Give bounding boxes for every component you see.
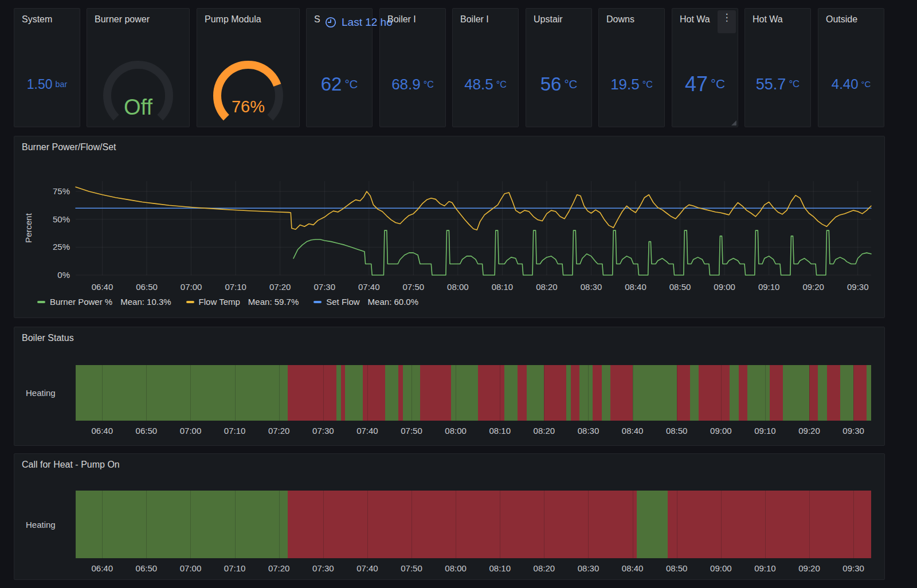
axis-tick-label: 07:40	[356, 426, 378, 436]
stat-panel-downs: Downs19.5°C	[598, 8, 665, 127]
svg-text:06:40: 06:40	[92, 282, 113, 292]
stat-value-unit: °C	[861, 80, 871, 89]
svg-text:09:10: 09:10	[758, 282, 780, 292]
legend-item-set-flow[interactable]: Set FlowMean: 60.0%	[313, 297, 418, 307]
svg-text:75%: 75%	[53, 186, 70, 196]
timeline-gridline	[102, 365, 103, 421]
stat-value-number: 48.5	[464, 76, 493, 93]
timeline-segment-off	[827, 365, 840, 421]
stat-panel-title: Outside	[826, 14, 880, 25]
timeline-gridline	[677, 365, 677, 421]
axis-tick-label: 08:00	[445, 563, 467, 573]
stat-value-unit: °C	[424, 79, 434, 90]
timeline-gridline	[721, 365, 722, 421]
stat-value-number: 56	[540, 73, 562, 95]
panel-menu-button[interactable]: ⋮	[718, 10, 736, 33]
timeline-segment-off	[398, 365, 403, 421]
svg-text:08:50: 08:50	[669, 282, 691, 292]
timeline-gridline	[102, 491, 103, 558]
axis-tick-label: 08:20	[534, 426, 555, 436]
axis-tick-label: 07:30	[312, 426, 334, 436]
axis-tick-label: 08:10	[489, 563, 511, 573]
timeline-segment-on	[747, 365, 770, 421]
gauge: 76%	[199, 50, 297, 128]
timeline-gridline	[633, 365, 633, 421]
stat-panel-outside: Outside4.40°C	[818, 8, 884, 127]
axis-tick-label: 08:40	[622, 426, 644, 436]
axis-tick-label: 09:30	[842, 563, 864, 573]
timeline-gridline	[367, 365, 368, 421]
gauge-value: 76%	[232, 97, 265, 116]
svg-text:0%: 0%	[57, 270, 70, 280]
stat-value-unit: °C	[642, 79, 653, 90]
svg-text:08:10: 08:10	[492, 282, 514, 292]
axis-tick-label: 09:20	[798, 563, 820, 573]
svg-text:08:30: 08:30	[581, 282, 602, 292]
legend-swatch	[186, 301, 194, 303]
stat-value-unit: °C	[344, 77, 358, 91]
legend-item-burner-power-[interactable]: Burner Power %Mean: 10.3%	[37, 297, 171, 307]
axis-tick-label: 08:30	[578, 426, 599, 436]
axis-tick-label: 08:10	[489, 426, 511, 436]
stat-value-unit: °C	[496, 79, 507, 90]
axis-tick-label: 07:20	[268, 426, 290, 436]
svg-text:07:30: 07:30	[313, 282, 335, 292]
panel-title: Boiler Status	[22, 333, 881, 343]
timeline-gridline	[853, 365, 854, 421]
timeline-row-label: Heating	[26, 491, 72, 558]
legend-item-flow-temp[interactable]: Flow TempMean: 59.7%	[186, 297, 299, 307]
timeline-segment-on	[867, 365, 871, 421]
timeline-segment-off	[593, 365, 601, 421]
timeline-segment-off	[853, 365, 867, 421]
timeline-segment-off	[341, 365, 346, 421]
axis-tick-label: 06:50	[136, 563, 158, 573]
stat-panel-title: Boiler I	[460, 14, 515, 25]
axis-tick-label: 07:10	[224, 426, 246, 436]
svg-text:07:20: 07:20	[269, 282, 291, 292]
timeline-gridline	[412, 491, 412, 558]
timeline-gridline	[190, 365, 191, 421]
timeline-segment-on	[637, 491, 668, 558]
timeline-segment-on	[633, 365, 677, 421]
timeline-row-label: Heating	[26, 365, 72, 421]
stat-panel-boiler-i: Boiler I48.5°C	[452, 8, 519, 127]
stat-value: 47°C	[672, 66, 738, 103]
timeline-segment-off	[770, 365, 783, 421]
burner-power-flow-set-panel: Burner Power/Flow/Set 0%25%50%75%06:4006…	[14, 136, 885, 318]
panel-title: Call for Heat - Pump On	[22, 460, 881, 470]
svg-text:50%: 50%	[53, 214, 70, 224]
timeline-segment-on	[602, 365, 610, 421]
axis-tick-label: 07:50	[401, 563, 422, 573]
timeline-gridline	[544, 365, 544, 421]
timeline-segment-on	[504, 365, 518, 421]
chart-legend: Burner Power %Mean: 10.3%Flow TempMean: …	[37, 297, 418, 307]
burner-chart-plot[interactable]: 0%25%50%75%06:4006:5007:0007:1007:2007:3…	[14, 136, 884, 317]
timeline-gridline	[544, 491, 544, 558]
stat-panel-title: Pump Modula	[205, 14, 296, 25]
timeline-segment-on	[783, 365, 809, 421]
axis-tick-label: 09:00	[710, 563, 732, 573]
timeline-gridline	[588, 365, 589, 421]
timeline-gridline	[235, 365, 236, 421]
legend-label: Burner Power %	[50, 297, 112, 307]
axis-tick-label: 07:20	[268, 563, 290, 573]
timeline-segment-off	[420, 365, 451, 421]
state-timeline-bar[interactable]	[76, 365, 871, 421]
stat-panel-title: Boiler I	[387, 14, 442, 25]
axis-tick-label: 06:40	[91, 563, 113, 573]
resize-handle[interactable]	[731, 120, 736, 126]
stat-value: 48.5°C	[453, 66, 518, 103]
axis-tick-label: 08:50	[666, 426, 688, 436]
stat-value-number: 55.7	[756, 76, 786, 93]
stat-panel-upstair: Upstair56°C	[526, 8, 592, 127]
stat-value: 56°C	[526, 66, 591, 103]
axis-tick-label: 09:10	[754, 563, 776, 573]
stat-value: 55.7°C	[745, 66, 810, 103]
state-timeline-bar[interactable]	[76, 491, 871, 558]
axis-tick-label: 08:20	[534, 563, 555, 573]
svg-text:09:20: 09:20	[802, 282, 824, 292]
axis-tick-label: 08:00	[445, 426, 467, 436]
gauge: Off	[89, 50, 187, 128]
stat-value-number: 19.5	[610, 76, 640, 93]
axis-tick-label: 09:20	[798, 426, 820, 436]
